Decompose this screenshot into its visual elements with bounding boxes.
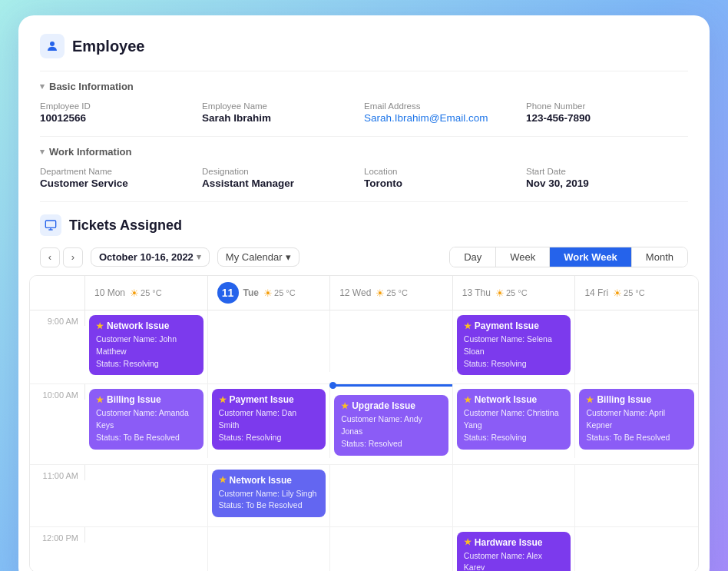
view-tabs: Day Week Work Week Month bbox=[449, 247, 688, 267]
ticket-info: Customer Name: Lily SinghStatus: To Be R… bbox=[219, 488, 319, 513]
ticket-billing-issue-fri[interactable]: ★ Billing Issue Customer Name: April Kep… bbox=[579, 389, 694, 449]
monitor-icon bbox=[40, 214, 61, 236]
ticket-info: Customer Name: Amanda KeysStatus: To Be … bbox=[96, 407, 197, 443]
time-row-9am: 9:00 AM ★ Network Issue Customer Name: J… bbox=[30, 310, 698, 384]
chevron-down-icon-4: ▾ bbox=[286, 251, 291, 263]
start-date-value: Nov 30, 2019 bbox=[526, 178, 688, 189]
ticket-title: ★ Network Issue bbox=[464, 394, 564, 405]
ticket-billing-issue-mon[interactable]: ★ Billing Issue Customer Name: Amanda Ke… bbox=[89, 389, 204, 449]
tab-week[interactable]: Week bbox=[496, 247, 550, 267]
svg-rect-1 bbox=[45, 221, 55, 227]
ticket-title: ★ Billing Issue bbox=[96, 394, 197, 405]
ticket-title: ★ Hardware Issue bbox=[464, 537, 564, 548]
location-field: Location Toronto bbox=[364, 167, 526, 189]
cell-mon-11am bbox=[85, 465, 208, 526]
employee-email-value[interactable]: Sarah.Ibrahim@Email.com bbox=[364, 112, 526, 124]
cell-tue-11am: ★ Network Issue Customer Name: Lily Sing… bbox=[208, 465, 331, 526]
employee-id-value: 10012566 bbox=[40, 112, 202, 124]
main-card: Employee ▾ Basic Information Employee ID… bbox=[18, 15, 710, 571]
day-num-tue: 11 bbox=[217, 282, 239, 304]
tickets-header: Tickets Assigned bbox=[40, 201, 688, 236]
employee-phone-value: 123-456-7890 bbox=[526, 112, 688, 124]
cell-wed-11am bbox=[330, 465, 453, 526]
tickets-title: Tickets Assigned bbox=[69, 217, 182, 234]
day-header-thu: 13 Thu ☀ 25 °C bbox=[453, 276, 576, 310]
next-button[interactable]: › bbox=[63, 247, 83, 267]
ticket-info: Customer Name: Andy JonasStatus: Resolve… bbox=[341, 413, 442, 450]
cell-wed-12pm bbox=[330, 527, 453, 572]
day-name-mon: 10 Mon bbox=[94, 287, 125, 298]
designation-label: Designation bbox=[202, 167, 364, 176]
ticket-info: Customer Name: Dan SmithStatus: Resolvin… bbox=[219, 407, 319, 443]
tab-month[interactable]: Month bbox=[632, 247, 687, 267]
ticket-title: ★ Billing Issue bbox=[586, 394, 687, 405]
tab-work-week[interactable]: Work Week bbox=[550, 247, 632, 267]
cell-wed-9am bbox=[330, 310, 453, 372]
cell-tue-9am bbox=[208, 310, 331, 372]
employee-email-label: Email Address bbox=[364, 101, 526, 111]
cell-tue-12pm bbox=[208, 527, 331, 572]
prev-button[interactable]: ‹ bbox=[40, 247, 60, 267]
calendar-selector[interactable]: My Calendar ▾ bbox=[217, 247, 299, 267]
basic-info-grid: Employee ID 10012566 Employee Name Sarah… bbox=[40, 101, 688, 124]
start-date-field: Start Date Nov 30, 2019 bbox=[526, 167, 688, 189]
tab-day[interactable]: Day bbox=[450, 247, 496, 267]
cell-mon-12pm bbox=[85, 527, 208, 572]
day-name-thu: 13 Thu bbox=[462, 287, 491, 298]
page-title: Employee bbox=[72, 38, 144, 55]
calendar-days-header: 10 Mon ☀ 25 °C 11 Tue ☀ 25 °C 12 Wed ☀ 2… bbox=[30, 276, 698, 310]
ticket-payment-issue-tue[interactable]: ★ Payment Issue Customer Name: Dan Smith… bbox=[212, 389, 326, 449]
calendar-toolbar: ‹ › October 10-16, 2022 ▾ My Calendar ▾ … bbox=[40, 247, 688, 267]
ticket-network-issue-thu[interactable]: ★ Network Issue Customer Name: Christina… bbox=[457, 389, 571, 449]
ticket-info: Customer Name: Selena SloanStatus: Resol… bbox=[464, 334, 564, 370]
start-date-label: Start Date bbox=[526, 167, 688, 176]
time-label-11am: 11:00 AM bbox=[30, 465, 85, 480]
department-value: Customer Service bbox=[40, 178, 202, 189]
ticket-info: Customer Name: Christina YangStatus: Res… bbox=[464, 407, 564, 443]
weather-wed: ☀ 25 °C bbox=[376, 287, 408, 299]
chevron-down-icon-2: ▾ bbox=[40, 147, 45, 157]
employee-id-label: Employee ID bbox=[40, 101, 202, 111]
employee-name-label: Employee Name bbox=[202, 101, 364, 111]
ticket-hardware-issue-thu[interactable]: ★ Hardware Issue Customer Name: Alex Kar… bbox=[457, 532, 571, 572]
cell-thu-11am bbox=[453, 465, 576, 526]
ticket-upgrade-issue-wed[interactable]: ★ Upgrade Issue Customer Name: Andy Jona… bbox=[334, 395, 448, 455]
ticket-title: ★ Payment Issue bbox=[464, 320, 564, 331]
cell-fri-12pm bbox=[575, 527, 698, 572]
date-range-selector[interactable]: October 10-16, 2022 ▾ bbox=[91, 247, 210, 267]
employee-header: Employee bbox=[40, 34, 688, 58]
day-name-tue: Tue bbox=[243, 287, 259, 298]
day-name-fri: 14 Fri bbox=[584, 287, 608, 298]
employee-phone-label: Phone Number bbox=[526, 101, 688, 111]
cell-thu-12pm: ★ Hardware Issue Customer Name: Alex Kar… bbox=[453, 527, 576, 572]
work-info-section[interactable]: ▾ Work Information bbox=[40, 146, 688, 158]
chevron-down-icon-3: ▾ bbox=[197, 252, 201, 262]
chevron-down-icon: ▾ bbox=[40, 81, 45, 91]
day-name-wed: 12 Wed bbox=[339, 287, 371, 298]
weather-thu: ☀ 25 °C bbox=[495, 287, 528, 299]
basic-info-section[interactable]: ▾ Basic Information bbox=[40, 81, 688, 92]
work-info-grid: Department Name Customer Service Designa… bbox=[40, 167, 688, 189]
employee-name-value: Sarah Ibrahim bbox=[202, 112, 364, 124]
ticket-title: ★ Payment Issue bbox=[219, 394, 319, 405]
department-label: Department Name bbox=[40, 167, 202, 176]
ticket-title: ★ Upgrade Issue bbox=[341, 400, 442, 411]
employee-name-field: Employee Name Sarah Ibrahim bbox=[202, 101, 364, 124]
cell-tue-10am: ★ Payment Issue Customer Name: Dan Smith… bbox=[208, 384, 331, 457]
ticket-info: Customer Name: April KepnerStatus: To Be… bbox=[586, 407, 687, 443]
employee-email-field: Email Address Sarah.Ibrahim@Email.com bbox=[364, 101, 526, 124]
ticket-title: ★ Network Issue bbox=[219, 475, 319, 486]
ticket-title: ★ Network Issue bbox=[96, 320, 197, 331]
cell-fri-11am bbox=[575, 465, 698, 526]
time-row-11am: 11:00 AM ★ Network Issue Customer Name: … bbox=[30, 465, 698, 527]
ticket-network-issue-tue-11[interactable]: ★ Network Issue Customer Name: Lily Sing… bbox=[212, 470, 326, 518]
ticket-network-issue-mon[interactable]: ★ Network Issue Customer Name: John Matt… bbox=[89, 315, 204, 375]
ticket-info: Customer Name: Alex KarevStatus: To Be R… bbox=[464, 550, 564, 572]
time-row-10am: 10:00 AM ★ Billing Issue Customer Name: … bbox=[30, 384, 698, 464]
department-field: Department Name Customer Service bbox=[40, 167, 202, 189]
ticket-payment-issue-thu[interactable]: ★ Payment Issue Customer Name: Selena Sl… bbox=[457, 315, 571, 375]
designation-value: Assistant Manager bbox=[202, 178, 364, 189]
employee-phone-field: Phone Number 123-456-7890 bbox=[526, 101, 688, 124]
calendar-nav: ‹ › bbox=[40, 247, 83, 267]
cell-thu-10am: ★ Network Issue Customer Name: Christina… bbox=[453, 384, 576, 457]
